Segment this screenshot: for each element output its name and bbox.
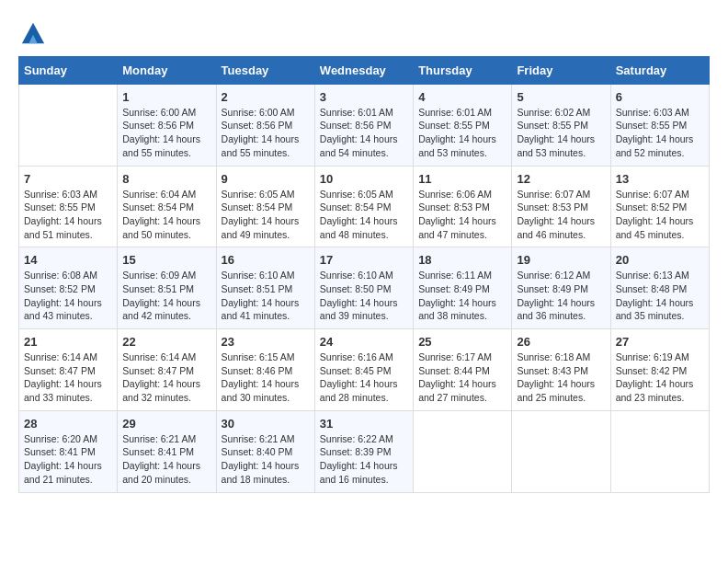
daylight-text: Daylight: 14 hours and 54 minutes. [320, 133, 398, 158]
sunset-text: Sunset: 8:45 PM [320, 365, 392, 376]
sunset-text: Sunset: 8:41 PM [24, 446, 96, 457]
sunset-text: Sunset: 8:56 PM [222, 120, 293, 131]
day-number: 6 [616, 90, 704, 104]
day-detail: Sunrise: 6:21 AM Sunset: 8:40 PM Dayligh… [222, 432, 310, 487]
calendar-body: 1 Sunrise: 6:00 AM Sunset: 8:56 PM Dayli… [19, 84, 710, 492]
day-number: 15 [122, 253, 210, 267]
calendar-cell: 17 Sunrise: 6:10 AM Sunset: 8:50 PM Dayl… [314, 247, 413, 329]
sunrise-text: Sunrise: 6:19 AM [616, 351, 689, 362]
day-detail: Sunrise: 6:14 AM Sunset: 8:47 PM Dayligh… [122, 350, 210, 405]
sunrise-text: Sunrise: 6:08 AM [24, 270, 97, 281]
calendar-week-row: 7 Sunrise: 6:03 AM Sunset: 8:55 PM Dayli… [19, 166, 710, 247]
sunrise-text: Sunrise: 6:00 AM [222, 107, 295, 118]
sunrise-text: Sunrise: 6:14 AM [24, 351, 97, 362]
sunset-text: Sunset: 8:41 PM [122, 446, 194, 457]
day-detail: Sunrise: 6:16 AM Sunset: 8:45 PM Dayligh… [320, 350, 408, 405]
day-detail: Sunrise: 6:03 AM Sunset: 8:55 PM Dayligh… [616, 106, 704, 160]
day-detail: Sunrise: 6:18 AM Sunset: 8:43 PM Dayligh… [517, 350, 605, 405]
calendar-cell [512, 410, 610, 492]
logo-icon [20, 19, 46, 45]
sunset-text: Sunset: 8:55 PM [418, 120, 490, 131]
day-detail: Sunrise: 6:19 AM Sunset: 8:42 PM Dayligh… [616, 350, 704, 405]
day-number: 22 [122, 335, 210, 349]
day-number: 5 [517, 90, 605, 104]
sunrise-text: Sunrise: 6:14 AM [122, 351, 196, 362]
sunset-text: Sunset: 8:56 PM [320, 120, 392, 131]
daylight-text: Daylight: 14 hours and 28 minutes. [320, 378, 398, 403]
header-day: Thursday [414, 56, 512, 84]
calendar-cell: 25 Sunrise: 6:17 AM Sunset: 8:44 PM Dayl… [414, 329, 512, 411]
day-detail: Sunrise: 6:20 AM Sunset: 8:41 PM Dayligh… [24, 432, 112, 487]
day-detail: Sunrise: 6:05 AM Sunset: 8:54 PM Dayligh… [320, 188, 408, 242]
calendar-cell: 31 Sunrise: 6:22 AM Sunset: 8:39 PM Dayl… [314, 410, 413, 492]
sunset-text: Sunset: 8:44 PM [418, 365, 490, 376]
daylight-text: Daylight: 14 hours and 25 minutes. [517, 378, 595, 403]
day-number: 11 [418, 172, 506, 186]
day-number: 8 [122, 172, 210, 186]
calendar-cell: 19 Sunrise: 6:12 AM Sunset: 8:49 PM Dayl… [512, 247, 610, 329]
header-day: Wednesday [314, 56, 413, 84]
daylight-text: Daylight: 14 hours and 41 minutes. [222, 297, 300, 322]
day-number: 10 [320, 172, 408, 186]
calendar-cell: 11 Sunrise: 6:06 AM Sunset: 8:53 PM Dayl… [414, 166, 512, 247]
sunrise-text: Sunrise: 6:20 AM [24, 433, 97, 444]
sunrise-text: Sunrise: 6:04 AM [122, 189, 196, 200]
calendar-cell: 15 Sunrise: 6:09 AM Sunset: 8:51 PM Dayl… [118, 247, 216, 329]
daylight-text: Daylight: 14 hours and 42 minutes. [122, 297, 200, 322]
sunset-text: Sunset: 8:47 PM [122, 365, 194, 376]
sunrise-text: Sunrise: 6:21 AM [222, 433, 295, 444]
day-number: 28 [24, 417, 112, 431]
day-detail: Sunrise: 6:13 AM Sunset: 8:48 PM Dayligh… [616, 269, 704, 323]
sunrise-text: Sunrise: 6:03 AM [24, 189, 97, 200]
sunrise-text: Sunrise: 6:22 AM [320, 433, 393, 444]
sunrise-text: Sunrise: 6:12 AM [517, 270, 590, 281]
sunrise-text: Sunrise: 6:18 AM [517, 351, 590, 362]
daylight-text: Daylight: 14 hours and 51 minutes. [24, 215, 102, 240]
day-number: 19 [517, 253, 605, 267]
calendar-cell: 23 Sunrise: 6:15 AM Sunset: 8:46 PM Dayl… [216, 329, 314, 411]
daylight-text: Daylight: 14 hours and 16 minutes. [320, 460, 398, 485]
sunset-text: Sunset: 8:49 PM [418, 283, 490, 294]
sunrise-text: Sunrise: 6:02 AM [517, 107, 590, 118]
calendar-cell: 16 Sunrise: 6:10 AM Sunset: 8:51 PM Dayl… [216, 247, 314, 329]
day-detail: Sunrise: 6:03 AM Sunset: 8:55 PM Dayligh… [24, 188, 112, 242]
sunrise-text: Sunrise: 6:00 AM [122, 107, 196, 118]
calendar-week-row: 28 Sunrise: 6:20 AM Sunset: 8:41 PM Dayl… [19, 410, 710, 492]
calendar-cell: 29 Sunrise: 6:21 AM Sunset: 8:41 PM Dayl… [118, 410, 216, 492]
sunset-text: Sunset: 8:48 PM [616, 283, 688, 294]
sunset-text: Sunset: 8:53 PM [517, 201, 588, 213]
day-detail: Sunrise: 6:02 AM Sunset: 8:55 PM Dayligh… [517, 106, 605, 160]
day-detail: Sunrise: 6:05 AM Sunset: 8:54 PM Dayligh… [222, 188, 310, 242]
sunset-text: Sunset: 8:39 PM [320, 446, 392, 457]
calendar-cell: 30 Sunrise: 6:21 AM Sunset: 8:40 PM Dayl… [216, 410, 314, 492]
day-number: 9 [222, 172, 310, 186]
daylight-text: Daylight: 14 hours and 27 minutes. [418, 378, 496, 403]
calendar-cell: 3 Sunrise: 6:01 AM Sunset: 8:56 PM Dayli… [314, 84, 413, 166]
sunset-text: Sunset: 8:54 PM [320, 201, 392, 213]
day-number: 27 [616, 335, 704, 349]
calendar-cell: 26 Sunrise: 6:18 AM Sunset: 8:43 PM Dayl… [512, 329, 610, 411]
daylight-text: Daylight: 14 hours and 20 minutes. [122, 460, 200, 485]
daylight-text: Daylight: 14 hours and 23 minutes. [616, 378, 694, 403]
day-number: 26 [517, 335, 605, 349]
daylight-text: Daylight: 14 hours and 35 minutes. [616, 297, 694, 322]
sunrise-text: Sunrise: 6:17 AM [418, 351, 492, 362]
daylight-text: Daylight: 14 hours and 36 minutes. [517, 297, 595, 322]
calendar-cell: 5 Sunrise: 6:02 AM Sunset: 8:55 PM Dayli… [512, 84, 610, 166]
sunrise-text: Sunrise: 6:01 AM [320, 107, 393, 118]
calendar-cell: 9 Sunrise: 6:05 AM Sunset: 8:54 PM Dayli… [216, 166, 314, 247]
calendar-cell: 28 Sunrise: 6:20 AM Sunset: 8:41 PM Dayl… [19, 410, 118, 492]
sunset-text: Sunset: 8:55 PM [616, 120, 688, 131]
sunset-text: Sunset: 8:55 PM [517, 120, 588, 131]
calendar-week-row: 1 Sunrise: 6:00 AM Sunset: 8:56 PM Dayli… [19, 84, 710, 166]
day-number: 13 [616, 172, 704, 186]
day-number: 21 [24, 335, 112, 349]
day-detail: Sunrise: 6:07 AM Sunset: 8:52 PM Dayligh… [616, 188, 704, 242]
day-number: 16 [222, 253, 310, 267]
daylight-text: Daylight: 14 hours and 55 minutes. [222, 133, 300, 158]
day-detail: Sunrise: 6:11 AM Sunset: 8:49 PM Dayligh… [418, 269, 506, 323]
day-detail: Sunrise: 6:10 AM Sunset: 8:50 PM Dayligh… [320, 269, 408, 323]
day-detail: Sunrise: 6:09 AM Sunset: 8:51 PM Dayligh… [122, 269, 210, 323]
day-number: 24 [320, 335, 408, 349]
day-detail: Sunrise: 6:21 AM Sunset: 8:41 PM Dayligh… [122, 432, 210, 487]
